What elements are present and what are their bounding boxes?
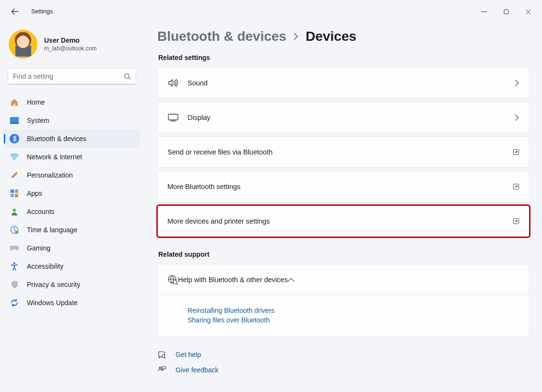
section-heading-related-settings: Related settings xyxy=(158,54,530,61)
card-more-devices-printers[interactable]: More devices and printer settings xyxy=(157,205,530,237)
nav-item-home[interactable]: Home xyxy=(4,93,140,111)
svg-rect-0 xyxy=(504,10,508,14)
expander-label: Help with Bluetooth & other devices xyxy=(178,276,288,284)
card-label: Send or receive files via Bluetooth xyxy=(167,148,272,156)
help-link-reinstall-drivers[interactable]: Reinstalling Bluetooth drivers xyxy=(188,307,519,314)
help-link-sharing-files[interactable]: Sharing files over Bluetooth xyxy=(188,316,519,324)
window-title: Settings xyxy=(31,8,53,15)
nav-label: Bluetooth & devices xyxy=(27,135,86,143)
card-label: More Bluetooth settings xyxy=(167,183,240,190)
card-label: Sound xyxy=(188,79,208,87)
nav-label: Apps xyxy=(27,190,42,197)
maximize-icon xyxy=(504,9,509,14)
card-sound[interactable]: Sound xyxy=(157,67,530,99)
nav-item-network[interactable]: Network & internet xyxy=(4,148,140,166)
nav-item-time-language[interactable]: Time & language xyxy=(4,221,140,239)
nav-label: Privacy & security xyxy=(27,281,80,288)
svg-rect-21 xyxy=(162,367,165,369)
card-label: Display xyxy=(188,114,211,121)
card-bluetooth-files[interactable]: Send or receive files via Bluetooth xyxy=(157,136,530,168)
update-icon xyxy=(10,298,19,308)
svg-point-18 xyxy=(173,280,177,284)
nav-item-accounts[interactable]: Accounts xyxy=(4,202,140,221)
nav-label: Accessibility xyxy=(27,262,63,270)
svg-point-1 xyxy=(125,73,129,78)
bluetooth-icon xyxy=(10,134,19,143)
external-link-icon xyxy=(513,149,519,155)
nav-item-gaming[interactable]: Gaming xyxy=(4,239,140,257)
nav-label: Time & language xyxy=(27,226,77,234)
user-email: m_lab@outlook.com xyxy=(44,45,97,52)
external-link-icon xyxy=(513,218,519,225)
user-block[interactable]: User Demo m_lab@outlook.com xyxy=(0,27,144,65)
nav-item-personalization[interactable]: Personalization xyxy=(4,166,140,184)
nav-label: Windows Update xyxy=(27,299,78,307)
svg-rect-6 xyxy=(15,190,18,193)
get-help-link[interactable]: Get help xyxy=(157,350,530,359)
feedback-icon xyxy=(157,366,167,374)
user-name: User Demo xyxy=(44,36,97,44)
expander-help-bluetooth[interactable]: Help with Bluetooth & other devices xyxy=(157,264,530,295)
sound-icon xyxy=(167,79,179,87)
globe-search-icon xyxy=(167,274,178,285)
search-input[interactable] xyxy=(13,72,124,80)
chevron-right-icon xyxy=(515,80,519,86)
home-icon xyxy=(10,97,19,107)
nav-item-apps[interactable]: Apps xyxy=(4,184,140,202)
accessibility-icon xyxy=(10,261,19,271)
nav-item-windows-update[interactable]: Windows Update xyxy=(4,294,140,312)
main-content: Bluetooth & devices Devices Related sett… xyxy=(144,23,542,392)
nav-item-privacy-security[interactable]: Privacy & security xyxy=(4,275,140,294)
breadcrumb-current: Devices xyxy=(306,29,356,44)
avatar xyxy=(9,30,37,59)
apps-icon xyxy=(10,189,19,198)
svg-rect-7 xyxy=(11,194,14,197)
nav-label: Gaming xyxy=(27,244,50,252)
nav-label: Personalization xyxy=(27,171,73,179)
card-label: More devices and printer settings xyxy=(167,217,270,225)
nav-label: Network & internet xyxy=(27,153,82,161)
search-box[interactable] xyxy=(8,68,136,84)
expander-body: Reinstalling Bluetooth drivers Sharing f… xyxy=(157,295,530,337)
external-link-icon xyxy=(513,183,519,190)
back-button[interactable] xyxy=(7,4,23,19)
svg-rect-2 xyxy=(10,117,19,123)
section-heading-related-support: Related support xyxy=(158,250,530,258)
person-icon xyxy=(10,207,19,216)
paintbrush-icon xyxy=(10,170,19,180)
help-icon xyxy=(157,350,167,359)
wifi-icon xyxy=(10,152,19,162)
nav-item-system[interactable]: System xyxy=(4,111,140,130)
minimize-button[interactable] xyxy=(473,4,495,19)
nav-item-bluetooth-devices[interactable]: Bluetooth & devices xyxy=(4,130,140,148)
svg-point-20 xyxy=(159,367,161,369)
nav-item-accessibility[interactable]: Accessibility xyxy=(4,257,140,275)
title-bar: Settings xyxy=(0,0,542,23)
chevron-right-icon xyxy=(515,114,519,121)
sidebar: User Demo m_lab@outlook.com Home System xyxy=(0,23,144,392)
display-icon xyxy=(167,114,179,121)
chevron-right-icon xyxy=(293,33,299,40)
maximize-button[interactable] xyxy=(495,4,517,19)
close-icon xyxy=(526,9,531,14)
search-icon xyxy=(124,73,131,80)
breadcrumb: Bluetooth & devices Devices xyxy=(157,29,530,44)
shield-icon xyxy=(10,280,19,289)
nav-label: Home xyxy=(27,98,45,106)
footer-label: Give feedback xyxy=(176,366,219,374)
chevron-up-icon xyxy=(288,277,295,282)
svg-point-12 xyxy=(13,262,15,264)
give-feedback-link[interactable]: Give feedback xyxy=(157,366,530,374)
card-display[interactable]: Display xyxy=(157,102,530,133)
svg-point-4 xyxy=(14,159,15,160)
back-arrow-icon xyxy=(11,8,19,15)
footer-links: Get help Give feedback xyxy=(157,350,530,374)
nav-list: Home System Bluetooth & devices Network … xyxy=(0,91,144,314)
footer-label: Get help xyxy=(176,351,201,358)
svg-rect-5 xyxy=(11,190,14,193)
card-more-bluetooth[interactable]: More Bluetooth settings xyxy=(157,171,530,202)
svg-rect-13 xyxy=(168,114,178,120)
close-button[interactable] xyxy=(517,4,539,19)
minimize-icon xyxy=(482,9,487,14)
breadcrumb-parent[interactable]: Bluetooth & devices xyxy=(157,29,286,44)
